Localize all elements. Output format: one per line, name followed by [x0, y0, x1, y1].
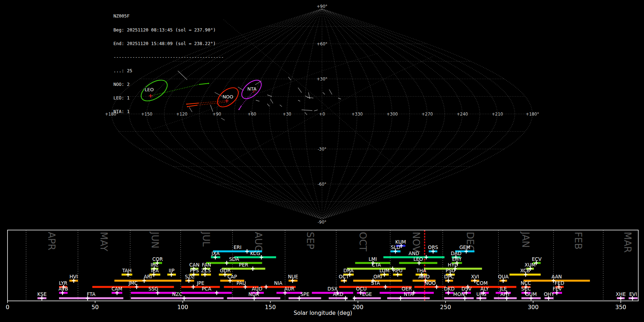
- activity-timeline-chart: APRMAYJUNJULAUGSEPOCTNOVDECJANFEBMARKUME…: [0, 0, 644, 322]
- month-label-mar: MAR: [622, 232, 633, 253]
- month-label-jan: JAN: [520, 231, 531, 248]
- bar-label-fed: FED: [555, 280, 565, 286]
- bar-label-nta: NTA: [404, 291, 413, 297]
- bar-label-evi: EVI: [629, 291, 637, 297]
- count-noo: NOO: 2: [113, 82, 224, 87]
- month-labels: APRMAYJUNJULAUGSEPOCTNOVDECJANFEBMAR: [46, 231, 633, 253]
- bar-label-fev: FEV: [553, 286, 562, 292]
- svg-text:200: 200: [352, 304, 364, 311]
- count-sporadic: ...: 25: [113, 69, 224, 73]
- bar-label-aud: AUD: [252, 286, 263, 292]
- month-label-jun: JUN: [150, 231, 160, 248]
- bar-label-kcg: KCG: [250, 250, 260, 256]
- bar-label-leo: LEO: [414, 256, 423, 262]
- bar-label-amo: AMO: [419, 274, 430, 279]
- bar-label-gum: GUM: [525, 291, 537, 297]
- bar-label-hyd: HYD: [448, 262, 458, 268]
- bar-label-sda: SDA: [229, 256, 239, 262]
- bar-label-ssg: SSG: [148, 286, 158, 292]
- activity-bar-ssg: [131, 292, 176, 294]
- shower-bar-labels: KUMERISLDORSGEMJXAKCGANDDADCORSDALMILEOE…: [37, 239, 637, 297]
- bar-label-nue: NUE: [288, 274, 298, 279]
- activity-bar-sda: [206, 262, 262, 264]
- activity-bar-jpe: [181, 286, 220, 288]
- bar-label-eri: ERI: [234, 244, 241, 250]
- bar-label-noo: NOO: [425, 280, 436, 286]
- bar-label-ncc: NCC: [521, 280, 531, 286]
- bar-label-jxa: JXA: [211, 250, 220, 256]
- month-label-nov: NOV: [411, 232, 421, 252]
- bar-label-xhe: XHE: [616, 291, 626, 297]
- bar-label-nda: NDA: [248, 291, 259, 297]
- bar-label-sta: STA: [371, 280, 380, 286]
- bar-label-ors: ORS: [428, 244, 438, 250]
- activity-bar-dsx: [312, 292, 353, 294]
- svg-text:150: 150: [265, 304, 276, 311]
- bar-label-szc: SZC: [185, 274, 195, 279]
- svg-text:350: 350: [615, 304, 626, 311]
- month-label-aug: AUG: [253, 232, 264, 252]
- bar-label-xvi: XVI: [471, 274, 479, 279]
- bar-label-fta: FTA: [87, 291, 96, 297]
- bar-label-zcs: ZCS: [201, 268, 211, 273]
- bar-label-can: CAN: [189, 262, 200, 268]
- bar-label-ori: ORI: [374, 274, 382, 279]
- bar-label-pca: PCA: [202, 286, 212, 292]
- info-separator: ----------------------------------------…: [113, 55, 224, 60]
- bar-label-fan: FAN: [202, 262, 211, 268]
- svg-text:0: 0: [6, 304, 9, 311]
- bar-label-rpu: RPU: [393, 268, 402, 273]
- x-axis-title: Solar longitude (deg): [294, 310, 352, 316]
- svg-text:250: 250: [440, 304, 451, 311]
- station-id: NZ005F: [113, 14, 224, 19]
- activity-bar-ari: [114, 280, 181, 282]
- svg-text:50: 50: [92, 304, 99, 311]
- bar-label-iip: IIP: [169, 268, 175, 273]
- bar-label-com: COM: [476, 280, 488, 286]
- bar-label-aly: ALY: [480, 286, 489, 292]
- month-label-feb: FEB: [573, 232, 584, 249]
- bar-label-ecv: ECV: [532, 256, 542, 262]
- bar-label-gdr: GDR: [220, 268, 231, 273]
- bar-label-jmc: JMC: [128, 280, 138, 286]
- bar-label-lum: LUM: [379, 268, 389, 273]
- bar-label-ege: EGE: [362, 291, 372, 297]
- bar-label-ari: ARI: [144, 274, 152, 279]
- bar-label-jpe: JPE: [196, 280, 204, 286]
- x-axis: 050100150200250300350Solar longitude (de…: [6, 301, 626, 316]
- activity-bar-kcg: [234, 256, 276, 258]
- activity-bar-mon: [444, 297, 474, 299]
- bar-label-cap: CAP: [228, 274, 237, 279]
- bar-label-kum: KUM: [395, 239, 406, 245]
- bar-label-lyr: LYR: [59, 280, 67, 286]
- bar-label-ehy: EHY: [452, 256, 462, 262]
- bar-label-nia: NIA: [274, 280, 283, 286]
- month-label-sep: SEP: [305, 232, 316, 249]
- bar-label-kse: KSE: [37, 291, 47, 297]
- bar-label-ohy: OHY: [544, 291, 555, 297]
- month-label-jul: JUL: [201, 231, 211, 247]
- bar-label-xcb: XCB: [520, 268, 530, 273]
- activity-bar-fta: [59, 297, 123, 299]
- bar-label-hvi: HVI: [69, 274, 78, 279]
- bar-label-dkd: DKD: [444, 286, 455, 292]
- bar-label-ocu: OCU: [356, 286, 367, 292]
- bar-label-ahy: AHY: [500, 291, 510, 297]
- svg-text:100: 100: [177, 304, 188, 311]
- bar-label-aur: AUR: [284, 286, 294, 292]
- bar-label-ard: ARD: [333, 291, 343, 297]
- observation-info-block: NZ005F Beg: 20251120 08:13:45 (sol = 237…: [113, 5, 224, 123]
- bar-label-psu: PSU: [446, 268, 455, 273]
- bar-label-gem: GEM: [459, 244, 470, 250]
- activity-bar-sta: [339, 286, 412, 288]
- bar-label-sld: SLD: [391, 244, 400, 250]
- count-leo: LEO: 1: [113, 96, 224, 101]
- month-label-oct: OCT: [357, 232, 368, 252]
- bar-label-scc: SCC: [521, 286, 531, 292]
- activity-bar-aur: [277, 292, 302, 294]
- bar-label-iea: IEA: [151, 268, 159, 273]
- bar-label-dra: DRA: [343, 268, 354, 273]
- observation-begin: Beg: 20251120 08:13:45 (sol = 237.90°): [113, 28, 224, 33]
- bar-label-nzc: NZC: [172, 291, 182, 297]
- bar-label-and: AND: [409, 250, 419, 256]
